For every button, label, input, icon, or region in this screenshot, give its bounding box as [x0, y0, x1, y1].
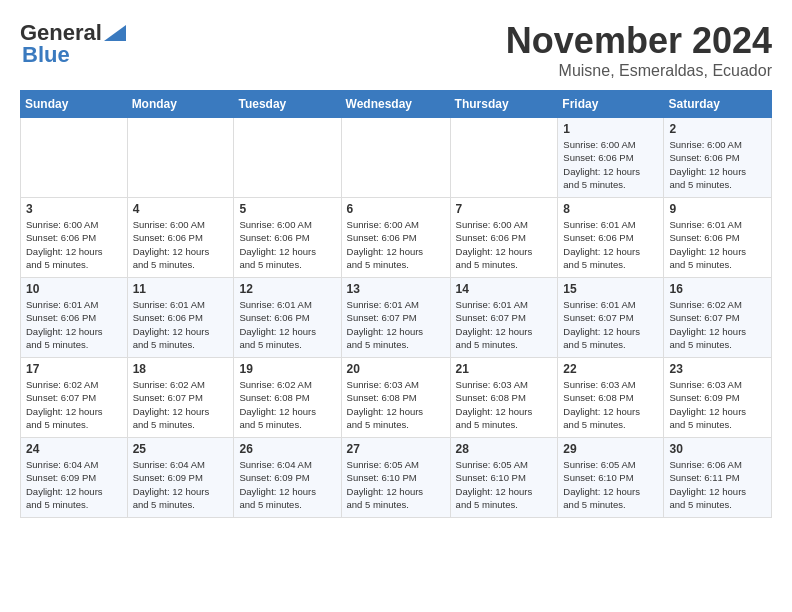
calendar-cell: 2Sunrise: 6:00 AM Sunset: 6:06 PM Daylig…	[664, 118, 772, 198]
header-saturday: Saturday	[664, 91, 772, 118]
day-number: 28	[456, 442, 553, 456]
day-number: 12	[239, 282, 335, 296]
calendar-cell: 13Sunrise: 6:01 AM Sunset: 6:07 PM Dayli…	[341, 278, 450, 358]
day-number: 11	[133, 282, 229, 296]
calendar-cell: 25Sunrise: 6:04 AM Sunset: 6:09 PM Dayli…	[127, 438, 234, 518]
calendar-cell: 20Sunrise: 6:03 AM Sunset: 6:08 PM Dayli…	[341, 358, 450, 438]
day-number: 21	[456, 362, 553, 376]
logo: General Blue	[20, 20, 126, 68]
day-number: 22	[563, 362, 658, 376]
calendar-cell: 27Sunrise: 6:05 AM Sunset: 6:10 PM Dayli…	[341, 438, 450, 518]
day-info: Sunrise: 6:05 AM Sunset: 6:10 PM Dayligh…	[456, 458, 553, 511]
calendar-cell: 23Sunrise: 6:03 AM Sunset: 6:09 PM Dayli…	[664, 358, 772, 438]
header-thursday: Thursday	[450, 91, 558, 118]
day-number: 19	[239, 362, 335, 376]
day-number: 6	[347, 202, 445, 216]
day-info: Sunrise: 6:06 AM Sunset: 6:11 PM Dayligh…	[669, 458, 766, 511]
calendar-cell: 9Sunrise: 6:01 AM Sunset: 6:06 PM Daylig…	[664, 198, 772, 278]
day-info: Sunrise: 6:01 AM Sunset: 6:07 PM Dayligh…	[456, 298, 553, 351]
page-header: General Blue November 2024 Muisne, Esmer…	[20, 20, 772, 80]
day-number: 23	[669, 362, 766, 376]
day-info: Sunrise: 6:02 AM Sunset: 6:07 PM Dayligh…	[133, 378, 229, 431]
header-wednesday: Wednesday	[341, 91, 450, 118]
day-info: Sunrise: 6:01 AM Sunset: 6:07 PM Dayligh…	[563, 298, 658, 351]
calendar-week-row: 10Sunrise: 6:01 AM Sunset: 6:06 PM Dayli…	[21, 278, 772, 358]
day-number: 18	[133, 362, 229, 376]
day-info: Sunrise: 6:01 AM Sunset: 6:07 PM Dayligh…	[347, 298, 445, 351]
day-number: 26	[239, 442, 335, 456]
day-number: 7	[456, 202, 553, 216]
header-sunday: Sunday	[21, 91, 128, 118]
day-info: Sunrise: 6:02 AM Sunset: 6:08 PM Dayligh…	[239, 378, 335, 431]
calendar-header-row: Sunday Monday Tuesday Wednesday Thursday…	[21, 91, 772, 118]
day-info: Sunrise: 6:04 AM Sunset: 6:09 PM Dayligh…	[133, 458, 229, 511]
logo-blue: Blue	[22, 42, 70, 68]
calendar-week-row: 1Sunrise: 6:00 AM Sunset: 6:06 PM Daylig…	[21, 118, 772, 198]
day-number: 20	[347, 362, 445, 376]
day-number: 14	[456, 282, 553, 296]
calendar-cell: 16Sunrise: 6:02 AM Sunset: 6:07 PM Dayli…	[664, 278, 772, 358]
calendar-cell	[450, 118, 558, 198]
calendar-cell: 3Sunrise: 6:00 AM Sunset: 6:06 PM Daylig…	[21, 198, 128, 278]
day-info: Sunrise: 6:03 AM Sunset: 6:08 PM Dayligh…	[563, 378, 658, 431]
location-subtitle: Muisne, Esmeraldas, Ecuador	[506, 62, 772, 80]
calendar-cell: 22Sunrise: 6:03 AM Sunset: 6:08 PM Dayli…	[558, 358, 664, 438]
calendar-cell: 5Sunrise: 6:00 AM Sunset: 6:06 PM Daylig…	[234, 198, 341, 278]
day-number: 5	[239, 202, 335, 216]
calendar-week-row: 3Sunrise: 6:00 AM Sunset: 6:06 PM Daylig…	[21, 198, 772, 278]
day-number: 25	[133, 442, 229, 456]
calendar-cell	[341, 118, 450, 198]
calendar-week-row: 17Sunrise: 6:02 AM Sunset: 6:07 PM Dayli…	[21, 358, 772, 438]
calendar-cell: 1Sunrise: 6:00 AM Sunset: 6:06 PM Daylig…	[558, 118, 664, 198]
calendar-cell: 6Sunrise: 6:00 AM Sunset: 6:06 PM Daylig…	[341, 198, 450, 278]
calendar-cell: 11Sunrise: 6:01 AM Sunset: 6:06 PM Dayli…	[127, 278, 234, 358]
day-number: 17	[26, 362, 122, 376]
calendar-cell: 8Sunrise: 6:01 AM Sunset: 6:06 PM Daylig…	[558, 198, 664, 278]
calendar-cell: 28Sunrise: 6:05 AM Sunset: 6:10 PM Dayli…	[450, 438, 558, 518]
calendar-cell: 24Sunrise: 6:04 AM Sunset: 6:09 PM Dayli…	[21, 438, 128, 518]
day-info: Sunrise: 6:00 AM Sunset: 6:06 PM Dayligh…	[133, 218, 229, 271]
day-number: 27	[347, 442, 445, 456]
svg-marker-0	[104, 25, 126, 41]
header-tuesday: Tuesday	[234, 91, 341, 118]
calendar-cell: 10Sunrise: 6:01 AM Sunset: 6:06 PM Dayli…	[21, 278, 128, 358]
calendar-cell: 19Sunrise: 6:02 AM Sunset: 6:08 PM Dayli…	[234, 358, 341, 438]
calendar-cell: 26Sunrise: 6:04 AM Sunset: 6:09 PM Dayli…	[234, 438, 341, 518]
calendar-cell	[21, 118, 128, 198]
day-number: 3	[26, 202, 122, 216]
day-info: Sunrise: 6:00 AM Sunset: 6:06 PM Dayligh…	[563, 138, 658, 191]
day-number: 24	[26, 442, 122, 456]
calendar-cell: 7Sunrise: 6:00 AM Sunset: 6:06 PM Daylig…	[450, 198, 558, 278]
calendar-week-row: 24Sunrise: 6:04 AM Sunset: 6:09 PM Dayli…	[21, 438, 772, 518]
day-info: Sunrise: 6:00 AM Sunset: 6:06 PM Dayligh…	[669, 138, 766, 191]
calendar-cell: 15Sunrise: 6:01 AM Sunset: 6:07 PM Dayli…	[558, 278, 664, 358]
day-info: Sunrise: 6:00 AM Sunset: 6:06 PM Dayligh…	[456, 218, 553, 271]
day-number: 9	[669, 202, 766, 216]
month-title: November 2024	[506, 20, 772, 62]
calendar-table: Sunday Monday Tuesday Wednesday Thursday…	[20, 90, 772, 518]
day-number: 4	[133, 202, 229, 216]
day-info: Sunrise: 6:02 AM Sunset: 6:07 PM Dayligh…	[669, 298, 766, 351]
day-info: Sunrise: 6:04 AM Sunset: 6:09 PM Dayligh…	[239, 458, 335, 511]
calendar-cell: 17Sunrise: 6:02 AM Sunset: 6:07 PM Dayli…	[21, 358, 128, 438]
day-info: Sunrise: 6:00 AM Sunset: 6:06 PM Dayligh…	[26, 218, 122, 271]
calendar-cell: 21Sunrise: 6:03 AM Sunset: 6:08 PM Dayli…	[450, 358, 558, 438]
day-info: Sunrise: 6:01 AM Sunset: 6:06 PM Dayligh…	[563, 218, 658, 271]
day-number: 16	[669, 282, 766, 296]
day-info: Sunrise: 6:05 AM Sunset: 6:10 PM Dayligh…	[563, 458, 658, 511]
header-friday: Friday	[558, 91, 664, 118]
calendar-cell: 14Sunrise: 6:01 AM Sunset: 6:07 PM Dayli…	[450, 278, 558, 358]
day-info: Sunrise: 6:00 AM Sunset: 6:06 PM Dayligh…	[239, 218, 335, 271]
day-info: Sunrise: 6:04 AM Sunset: 6:09 PM Dayligh…	[26, 458, 122, 511]
day-info: Sunrise: 6:05 AM Sunset: 6:10 PM Dayligh…	[347, 458, 445, 511]
day-info: Sunrise: 6:03 AM Sunset: 6:08 PM Dayligh…	[347, 378, 445, 431]
day-info: Sunrise: 6:01 AM Sunset: 6:06 PM Dayligh…	[239, 298, 335, 351]
day-info: Sunrise: 6:03 AM Sunset: 6:09 PM Dayligh…	[669, 378, 766, 431]
calendar-cell: 29Sunrise: 6:05 AM Sunset: 6:10 PM Dayli…	[558, 438, 664, 518]
calendar-cell: 4Sunrise: 6:00 AM Sunset: 6:06 PM Daylig…	[127, 198, 234, 278]
day-number: 29	[563, 442, 658, 456]
day-number: 30	[669, 442, 766, 456]
day-info: Sunrise: 6:01 AM Sunset: 6:06 PM Dayligh…	[669, 218, 766, 271]
day-number: 15	[563, 282, 658, 296]
day-number: 10	[26, 282, 122, 296]
